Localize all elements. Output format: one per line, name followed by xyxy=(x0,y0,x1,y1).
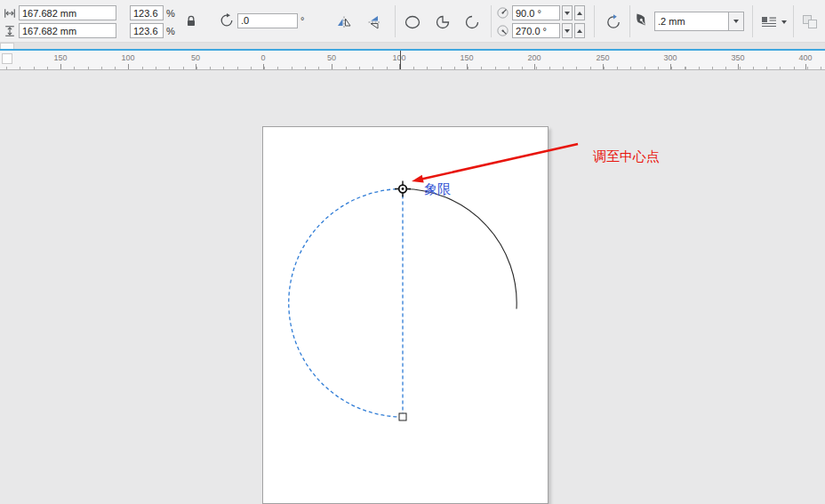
change-direction-button[interactable] xyxy=(601,10,628,34)
object-height-input[interactable] xyxy=(19,23,116,38)
ruler-tick xyxy=(805,64,806,69)
property-bar: % % ° xyxy=(0,0,825,43)
arc-angle-group xyxy=(496,4,585,40)
ruler-label: 400 xyxy=(798,53,812,62)
ruler-label: 100 xyxy=(121,53,134,62)
scale-group: % % xyxy=(130,4,175,40)
arc-button[interactable] xyxy=(460,10,486,34)
ellipse-button[interactable] xyxy=(400,10,427,34)
overlapping-shapes-icon xyxy=(801,14,819,30)
ruler-minor-ticks xyxy=(0,67,825,69)
separator xyxy=(395,5,396,37)
separator xyxy=(594,5,595,37)
ruler-label: 150 xyxy=(53,53,67,62)
scale-v-input[interactable] xyxy=(130,23,164,38)
scale-h-input[interactable] xyxy=(130,5,164,20)
ruler-label: 0 xyxy=(260,53,265,62)
ruler-cursor-indicator xyxy=(400,51,401,69)
mirror-vertical-button[interactable] xyxy=(363,11,388,33)
rotation-group: ° xyxy=(219,12,304,28)
chevron-down-icon xyxy=(781,20,787,24)
ruler-label: 50 xyxy=(327,53,336,62)
start-angle-input[interactable] xyxy=(512,5,560,20)
ruler-tick xyxy=(467,64,468,69)
chevron-down-icon xyxy=(733,20,739,23)
ruler-label: 50 xyxy=(191,53,200,62)
ruler-label: 200 xyxy=(527,53,541,62)
ruler-tick xyxy=(603,64,604,69)
ruler-tick xyxy=(738,64,739,69)
start-angle-increment-button[interactable] xyxy=(574,5,585,20)
outline-width-input[interactable] xyxy=(654,12,729,31)
ruler-label: 250 xyxy=(596,53,609,62)
pie-button[interactable] xyxy=(430,10,457,34)
ruler-tick xyxy=(196,64,196,69)
object-width-icon xyxy=(4,7,16,20)
ruler-tick xyxy=(128,64,129,69)
lock-icon xyxy=(184,14,198,28)
triangle-up-icon xyxy=(577,12,582,15)
outline-width-dropdown-button[interactable] xyxy=(728,12,744,31)
start-angle-decrement-button[interactable] xyxy=(562,5,573,20)
horizontal-ruler[interactable]: 150 100 50 0 50 100 150 200 250 300 350 … xyxy=(0,51,825,70)
wrap-text-icon xyxy=(761,15,777,29)
end-angle-decrement-button[interactable] xyxy=(562,23,573,38)
ruler-tick xyxy=(670,64,671,69)
triangle-down-icon xyxy=(565,29,570,33)
ruler-label: 150 xyxy=(460,53,473,62)
object-height-icon xyxy=(4,25,16,37)
start-angle-icon xyxy=(496,6,509,20)
object-size-group xyxy=(4,4,116,40)
object-width-input[interactable] xyxy=(19,5,116,20)
window-strip xyxy=(0,43,825,49)
change-direction-icon xyxy=(605,13,622,31)
ellipse-icon xyxy=(404,14,421,30)
mirror-horizontal-icon xyxy=(336,15,352,29)
arc-icon xyxy=(463,14,481,30)
triangle-up-icon xyxy=(577,29,582,33)
triangle-down-icon xyxy=(565,12,570,15)
mirror-horizontal-button[interactable] xyxy=(332,11,357,33)
lock-ratio-button[interactable] xyxy=(181,11,203,32)
separator xyxy=(491,5,492,37)
coreldraw-window: % % ° xyxy=(0,0,825,504)
rotation-input[interactable] xyxy=(237,13,298,28)
separator xyxy=(752,5,753,37)
mirror-vertical-icon xyxy=(367,14,381,30)
end-angle-input[interactable] xyxy=(512,23,560,38)
ruler-origin[interactable] xyxy=(2,53,12,64)
wrap-text-button[interactable] xyxy=(757,11,789,33)
ruler-tick xyxy=(534,64,535,69)
rotation-angle-icon xyxy=(219,12,235,28)
separator xyxy=(793,5,794,37)
outline-width-combobox xyxy=(654,12,744,31)
outline-pen-icon xyxy=(633,11,649,28)
scale-h-percent-label: % xyxy=(166,8,175,19)
drawing-canvas[interactable] xyxy=(0,71,825,504)
pie-icon xyxy=(434,14,452,30)
rotation-degree-label: ° xyxy=(300,15,304,26)
ruler-tick xyxy=(332,64,332,69)
ruler-label: 300 xyxy=(663,53,677,62)
convert-outline-button-disabled xyxy=(798,11,823,33)
end-angle-icon xyxy=(496,24,509,37)
scale-v-percent-label: % xyxy=(166,26,175,36)
separator xyxy=(629,5,630,37)
ruler-tick xyxy=(60,64,61,69)
page[interactable] xyxy=(262,126,549,504)
ruler-label: 100 xyxy=(392,53,405,62)
end-angle-increment-button[interactable] xyxy=(574,23,585,38)
ruler-tick xyxy=(263,64,264,69)
ruler-label: 350 xyxy=(731,53,744,62)
